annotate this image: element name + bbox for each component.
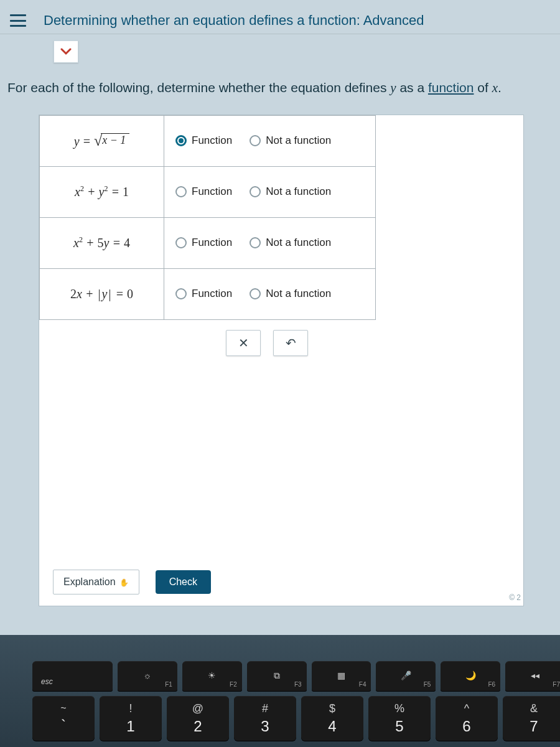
radio-function[interactable]: Function	[175, 237, 232, 249]
prompt-x: x	[492, 80, 498, 95]
radio-label: Not a function	[266, 288, 331, 300]
key-f3[interactable]: ⧉F3	[247, 661, 307, 691]
table-row: y = √x − 1 Function Not a function	[40, 115, 376, 166]
equation-cell: x2 + 5y = 4	[40, 217, 164, 268]
radio-function[interactable]: Function	[175, 134, 232, 147]
key-f7[interactable]: ◂◂F7	[505, 661, 560, 691]
dnd-icon: 🌙	[465, 670, 476, 680]
table-row: x2 + 5y = 4 Function Not a function	[40, 217, 376, 268]
key-label: F1	[165, 681, 172, 688]
key-bot: 3	[261, 718, 269, 735]
brightness-up-icon: ☀	[208, 670, 216, 680]
key-label: F4	[359, 681, 366, 688]
brightness-down-icon: ☼	[144, 670, 152, 680]
radio-label: Not a function	[266, 186, 331, 198]
key-1[interactable]: !1	[100, 696, 162, 741]
rewind-icon: ◂◂	[531, 670, 539, 680]
function-link[interactable]: function	[428, 80, 474, 95]
prompt-y: y	[390, 80, 396, 95]
key-2[interactable]: @2	[167, 696, 229, 741]
key-top: !	[129, 702, 132, 715]
clear-button[interactable]: ✕	[226, 330, 261, 356]
equation-cell: y = √x − 1	[40, 115, 164, 166]
key-f6[interactable]: 🌙F6	[441, 661, 500, 691]
key-label: F7	[553, 681, 560, 688]
keyboard: esc ☼F1 ☀F2 ⧉F3 ▦F4 🎤F5 🌙F6 ◂◂F7 ~` !1 @…	[17, 647, 560, 747]
table-row: 2x + |y| = 0 Function Not a function	[40, 268, 376, 319]
key-label: F2	[230, 681, 237, 688]
radio-not-function[interactable]: Not a function	[250, 288, 331, 300]
prompt-text: For each of the following, determine whe…	[0, 67, 560, 103]
key-3[interactable]: #3	[234, 696, 296, 741]
key-top: ~	[60, 703, 66, 714]
radio-not-function[interactable]: Not a function	[250, 237, 331, 249]
radio-label: Function	[192, 134, 232, 147]
key-top: %	[394, 702, 404, 715]
explanation-label: Explanation	[63, 576, 116, 587]
radio-function[interactable]: Function	[175, 288, 232, 300]
launchpad-icon: ▦	[337, 670, 345, 680]
page-title: Determining whether an equation defines …	[44, 12, 424, 29]
key-4[interactable]: $4	[301, 696, 363, 741]
key-bot: 6	[462, 718, 470, 735]
radio-label: Function	[192, 186, 232, 198]
key-top: ^	[464, 702, 469, 715]
key-top: @	[192, 702, 203, 715]
x-icon: ✕	[238, 336, 249, 350]
key-label: F5	[424, 681, 431, 688]
radio-function[interactable]: Function	[175, 186, 232, 198]
radio-label: Not a function	[266, 134, 331, 147]
number-row: ~` !1 @2 #3 $4 %5 ^6 &7	[17, 691, 560, 747]
key-label: F3	[294, 681, 302, 688]
radio-label: Function	[192, 288, 232, 300]
options-cell: Function Not a function	[164, 166, 376, 217]
key-esc[interactable]: esc	[32, 661, 113, 691]
function-row: esc ☼F1 ☀F2 ⧉F3 ▦F4 🎤F5 🌙F6 ◂◂F7	[17, 647, 560, 691]
prompt-suffix: of	[474, 80, 492, 95]
undo-icon: ↶	[286, 336, 296, 350]
equation-cell: x2 + y2 = 1	[40, 166, 164, 217]
key-bot: 1	[126, 718, 134, 735]
options-cell: Function Not a function	[164, 268, 376, 319]
key-bot: `	[61, 716, 66, 734]
prompt-period: .	[498, 80, 502, 95]
key-bot: 5	[395, 718, 403, 735]
key-top: #	[262, 702, 268, 715]
key-label: F6	[488, 681, 496, 688]
options-cell: Function Not a function	[164, 115, 376, 166]
key-f2[interactable]: ☀F2	[182, 661, 242, 691]
mission-control-icon: ⧉	[274, 670, 280, 681]
key-6[interactable]: ^6	[436, 696, 498, 741]
key-5[interactable]: %5	[368, 696, 431, 741]
radio-not-function[interactable]: Not a function	[250, 134, 331, 147]
prompt-prefix: For each of the following, determine whe…	[7, 80, 390, 95]
copyright: © 2	[509, 593, 521, 602]
dropdown-toggle[interactable]	[54, 40, 78, 63]
table-row: x2 + y2 = 1 Function Not a function	[40, 166, 376, 217]
radio-label: Not a function	[266, 237, 331, 249]
key-bot: 2	[194, 718, 202, 735]
radio-label: Function	[192, 237, 232, 249]
key-f1[interactable]: ☼F1	[118, 661, 177, 691]
prompt-mid: as a	[396, 80, 428, 95]
workspace: y = √x − 1 Function Not a function x2 + …	[39, 115, 524, 606]
chevron-down-icon	[60, 48, 72, 55]
key-top: &	[530, 702, 538, 715]
equation-table: y = √x − 1 Function Not a function x2 + …	[39, 115, 376, 320]
key-tilde[interactable]: ~`	[32, 696, 95, 741]
key-f5[interactable]: 🎤F5	[376, 661, 436, 691]
key-label: esc	[41, 677, 53, 686]
key-bot: 4	[328, 718, 336, 735]
equation-cell: 2x + |y| = 0	[40, 268, 164, 319]
radio-not-function[interactable]: Not a function	[250, 186, 331, 198]
key-f4[interactable]: ▦F4	[312, 661, 371, 691]
menu-icon[interactable]	[10, 14, 26, 27]
options-cell: Function Not a function	[164, 217, 376, 268]
key-bot: 7	[530, 718, 538, 735]
key-top: $	[329, 702, 335, 715]
key-7[interactable]: &7	[503, 696, 560, 741]
explanation-button[interactable]: Explanation✋	[53, 570, 139, 594]
cursor-icon: ✋	[119, 578, 129, 587]
undo-button[interactable]: ↶	[273, 330, 308, 356]
check-button[interactable]: Check	[156, 570, 211, 594]
